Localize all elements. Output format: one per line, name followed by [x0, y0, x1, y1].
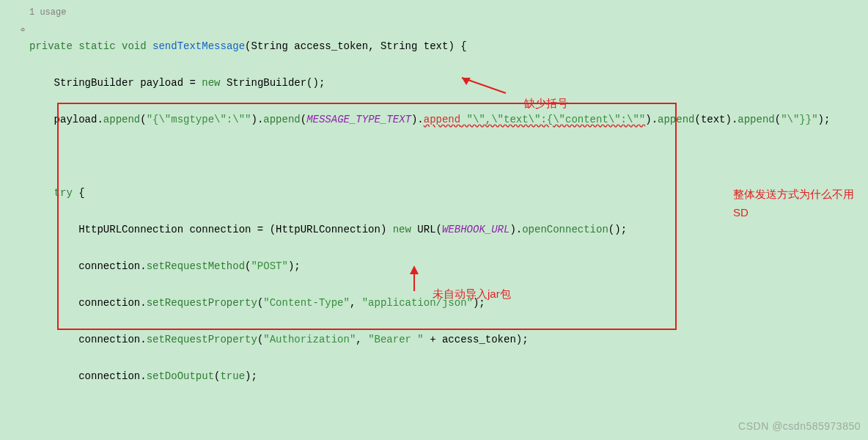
code-line[interactable]: private static void sendTextMessage(Stri… — [29, 37, 868, 56]
code-editor[interactable]: private static void sendTextMessage(Stri… — [0, 19, 868, 440]
code-line[interactable]: connection.setRequestProperty("Content-T… — [29, 294, 868, 312]
method-name: sendTextMessage — [152, 40, 245, 52]
usage-hint: 1 usage — [0, 6, 868, 19]
watermark: CSDN @csdn585973850 — [738, 417, 861, 436]
code-line[interactable]: try { — [29, 184, 868, 202]
code-line[interactable] — [29, 147, 868, 166]
keyword-static: static — [78, 40, 115, 52]
error-token: "\",\"text\":{\"content\":\"" — [460, 114, 645, 125]
code-line[interactable]: connection.setRequestProperty("Authoriza… — [29, 331, 868, 349]
code-line[interactable]: StringBuilder payload = new StringBuilde… — [29, 74, 868, 92]
keyword-private: private — [29, 40, 73, 52]
keyword-void: void — [122, 40, 147, 52]
code-line[interactable]: connection.setDoOutput(true); — [29, 367, 868, 386]
error-token: append — [424, 114, 460, 125]
gutter-marker[interactable]: ♻ — [21, 21, 25, 39]
code-line[interactable]: HttpURLConnection connection = (HttpURLC… — [29, 221, 868, 239]
code-line[interactable]: connection.setRequestMethod("POST"); — [29, 257, 868, 276]
code-line[interactable]: payload.append("{\"msgtype\":\"").append… — [29, 111, 868, 129]
